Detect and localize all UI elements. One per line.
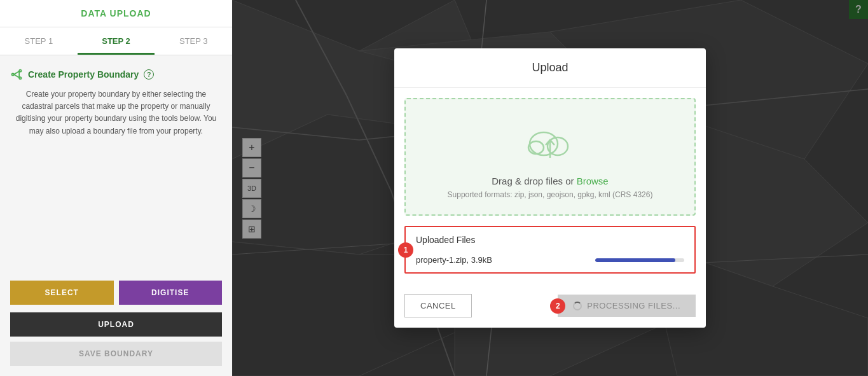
file-progress-bar-container [595,258,684,262]
browse-link[interactable]: Browse [577,176,609,186]
processing-badge: 2 [550,298,565,314]
cancel-button[interactable]: CANCEL [404,294,472,317]
drop-zone[interactable]: Drag & drop files or Browse Supported fo… [404,98,696,216]
upload-button[interactable]: UPLOAD [10,312,222,337]
uploaded-files-badge: 1 [398,242,413,258]
modal-title: Upload [394,48,706,88]
uploaded-files-title: Uploaded Files [416,235,684,245]
svg-line-4 [14,74,19,78]
sidebar: DATA UPLOAD STEP 1 STEP 2 STEP 3 Create … [0,0,232,376]
property-icon [10,68,23,81]
file-progress-bar [595,258,675,262]
action-buttons: SELECT DIGITISE [0,273,232,312]
save-boundary-button: SAVE BOUNDARY [10,342,222,366]
modal-body: Drag & drop files or Browse Supported fo… [394,88,706,284]
file-name: property-1.zip, 3.9kB [416,255,492,265]
step-3[interactable]: STEP 3 [155,27,232,55]
processing-wrapper: 2 PROCESSING FILES... [558,295,696,317]
section-title-row: Create Property Boundary ? [10,68,222,81]
map-area: + − 3D ☽ ⊞ ? Upload [232,0,868,376]
cloud-upload-icon [525,125,575,165]
upload-modal: Upload [394,48,706,328]
sidebar-header: DATA UPLOAD [0,0,232,27]
sidebar-content: Create Property Boundary ? Create your p… [0,55,232,273]
sidebar-description: Create your property boundary by either … [10,88,222,137]
section-label: Create Property Boundary [28,69,139,80]
supported-formats: Supported formats: zip, json, geojson, g… [418,190,682,199]
processing-button: PROCESSING FILES... [558,295,696,317]
file-row: property-1.zip, 3.9kB [416,255,684,265]
step-1[interactable]: STEP 1 [0,27,78,55]
modal-footer: CANCEL 2 PROCESSING FILES... [394,284,706,328]
drop-text: Drag & drop files or Browse [418,176,682,186]
section-help-icon[interactable]: ? [144,69,154,80]
svg-point-0 [12,73,14,75]
uploaded-files-section: 1 Uploaded Files property-1.zip, 3.9kB [404,226,696,274]
steps-nav: STEP 1 STEP 2 STEP 3 [0,27,232,55]
digitise-button[interactable]: DIGITISE [119,281,223,305]
select-button[interactable]: SELECT [10,281,114,305]
step-2[interactable]: STEP 2 [78,27,155,55]
svg-line-3 [14,71,19,74]
processing-spinner [573,302,582,310]
sidebar-title: DATA UPLOAD [81,8,151,18]
modal-overlay: Upload [232,0,868,376]
